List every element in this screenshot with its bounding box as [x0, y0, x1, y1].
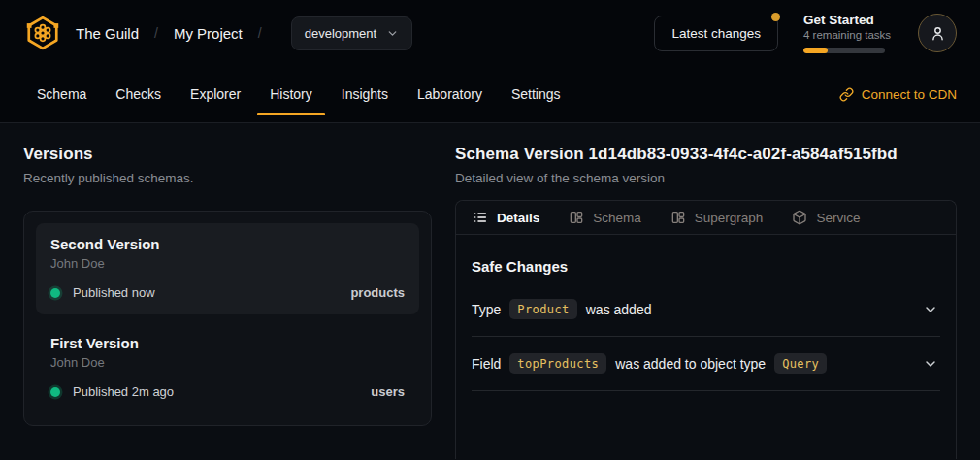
target-selector-value: development [305, 26, 376, 41]
change-description: Type Product was added [472, 299, 651, 319]
change-code-badge: Product [509, 299, 576, 319]
detail-tab-service[interactable]: Service [792, 210, 860, 225]
detail-tab-details[interactable]: Details [473, 210, 539, 225]
versions-title: Versions [23, 145, 432, 164]
change-prefix: Field [472, 356, 501, 372]
detail-tab-schema[interactable]: Schema [569, 210, 641, 225]
target-selector[interactable]: development [291, 16, 412, 50]
change-row[interactable]: Field topProducts was added to object ty… [472, 337, 940, 391]
breadcrumb-org[interactable]: The Guild [76, 25, 139, 42]
change-suffix: was added [586, 302, 652, 317]
version-list-item[interactable]: First Version John Doe Published 2m ago … [36, 322, 419, 413]
nav-tabs: Schema Checks Explorer History Insights … [23, 66, 575, 122]
get-started-subtitle: 4 remaining tasks [803, 29, 893, 41]
chevron-down-icon[interactable] [923, 356, 938, 372]
top-bar: The Guild / My Project / development Lat… [0, 0, 980, 123]
get-started-progress-fill [803, 48, 828, 53]
version-list-item[interactable]: Second Version John Doe Published now pr… [36, 223, 419, 314]
version-status: Published 2m ago [73, 384, 174, 399]
tab-explorer[interactable]: Explorer [176, 66, 255, 122]
connect-to-cdn-label: Connect to CDN [862, 87, 957, 102]
published-status-icon [50, 387, 60, 397]
connect-to-cdn-link[interactable]: Connect to CDN [839, 66, 957, 122]
version-author: John Doe [50, 256, 405, 271]
version-detail-card: Details Schema [455, 200, 957, 459]
published-status-icon [50, 288, 60, 298]
breadcrumb-project[interactable]: My Project [174, 25, 243, 42]
version-service: products [350, 285, 405, 300]
breadcrumb-separator: / [154, 25, 158, 41]
chevron-down-icon [386, 27, 399, 40]
header: The Guild / My Project / development Lat… [0, 0, 980, 66]
list-icon [473, 210, 488, 225]
detail-tab-supergraph[interactable]: Supergraph [670, 210, 764, 225]
version-status: Published now [73, 285, 155, 300]
tab-schema[interactable]: Schema [23, 66, 101, 122]
schema-version-title: Schema Version 1d14db83-0933-4f4c-a02f-a… [455, 145, 957, 164]
detail-tab-label: Service [816, 211, 860, 225]
detail-tab-label: Supergraph [695, 211, 764, 225]
tab-laboratory[interactable]: Laboratory [403, 66, 497, 122]
version-title: Second Version [50, 236, 405, 252]
get-started-title: Get Started [803, 13, 893, 27]
tab-history[interactable]: History [255, 66, 327, 122]
main-content: Versions Recently published schemas. Sec… [0, 123, 980, 459]
notification-dot [771, 13, 780, 21]
change-description: Field topProducts was added to object ty… [472, 353, 827, 374]
guild-logo-icon[interactable] [23, 15, 62, 51]
detail-tab-label: Schema [593, 211, 641, 225]
tab-settings[interactable]: Settings [497, 66, 575, 122]
version-status-row: Published 2m ago users [50, 384, 405, 399]
cube-icon [792, 210, 807, 225]
get-started-widget[interactable]: Get Started 4 remaining tasks [803, 13, 893, 53]
main-nav: Schema Checks Explorer History Insights … [0, 66, 980, 122]
version-title: First Version [50, 335, 405, 351]
detail-body: Safe Changes Type Product was added Fiel… [456, 235, 956, 391]
versions-panel: Versions Recently published schemas. Sec… [23, 145, 432, 459]
breadcrumb-separator: / [258, 25, 262, 41]
versions-subtitle: Recently published schemas. [23, 171, 432, 185]
latest-changes-button[interactable]: Latest changes [654, 16, 778, 51]
change-code-badge: topProducts [509, 353, 606, 374]
detail-tab-label: Details [497, 211, 539, 225]
columns-icon [670, 210, 686, 225]
schema-version-subtitle: Detailed view of the schema version [455, 171, 957, 185]
breadcrumb: The Guild / My Project / development [23, 15, 412, 51]
version-status-row: Published now products [50, 285, 405, 300]
chevron-down-icon[interactable] [923, 302, 938, 317]
version-author: John Doe [50, 355, 405, 370]
columns-icon [569, 210, 584, 225]
latest-changes-label: Latest changes [671, 26, 761, 41]
tab-insights[interactable]: Insights [327, 66, 403, 122]
version-detail-panel: Schema Version 1d14db83-0933-4f4c-a02f-a… [455, 145, 957, 459]
link-icon [839, 87, 854, 102]
get-started-progress-track [803, 48, 885, 53]
safe-changes-heading: Safe Changes [472, 258, 940, 275]
change-code-badge: Query [774, 353, 827, 374]
change-prefix: Type [472, 302, 501, 317]
change-suffix: was added to object type [615, 356, 766, 372]
tab-checks[interactable]: Checks [101, 66, 176, 122]
change-row[interactable]: Type Product was added [472, 282, 940, 337]
user-avatar[interactable] [918, 14, 957, 52]
detail-tabbar: Details Schema [456, 201, 956, 235]
version-service: users [371, 384, 405, 399]
versions-list: Second Version John Doe Published now pr… [23, 211, 432, 426]
header-actions: Latest changes Get Started 4 remaining t… [654, 13, 957, 53]
person-icon [929, 24, 947, 43]
